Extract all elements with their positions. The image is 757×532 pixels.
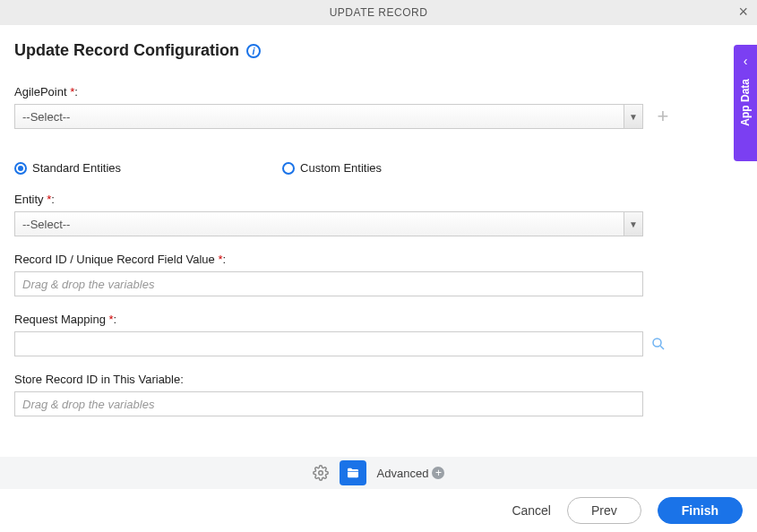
svg-point-2 <box>318 471 323 476</box>
plus-circle-icon: + <box>432 467 444 479</box>
agilepoint-label: AgilePoint *: <box>14 85 743 99</box>
radio-standard-label: Standard Entities <box>32 161 121 175</box>
radio-unchecked-icon <box>282 162 295 175</box>
radio-standard-entities[interactable]: Standard Entities <box>14 161 121 175</box>
content-area: Update Record Configuration i AgilePoint… <box>0 25 757 416</box>
add-agilepoint-icon[interactable]: + <box>654 107 672 125</box>
advanced-toggle[interactable]: Advanced + <box>377 467 445 480</box>
svg-point-0 <box>653 339 661 347</box>
cancel-button[interactable]: Cancel <box>512 503 551 518</box>
agilepoint-select-caret[interactable]: ▼ <box>624 104 643 129</box>
store-var-label: Store Record ID in This Variable: <box>14 373 743 386</box>
radio-checked-icon <box>14 162 27 175</box>
record-id-input[interactable]: Drag & drop the variables <box>14 271 643 296</box>
advanced-bar: Advanced + <box>0 457 757 489</box>
app-data-label: App Data <box>739 79 752 126</box>
store-var-input[interactable]: Drag & drop the variables <box>14 391 643 416</box>
modal-header: UPDATE RECORD × <box>0 0 757 25</box>
page-title-text: Update Record Configuration <box>14 41 239 60</box>
search-icon[interactable] <box>650 336 667 352</box>
footer-bar: Cancel Prev Finish <box>0 489 757 532</box>
svg-line-1 <box>660 346 664 349</box>
chevron-left-icon: ‹ <box>744 54 748 68</box>
prev-button[interactable]: Prev <box>567 497 641 524</box>
radio-custom-label: Custom Entities <box>300 161 382 175</box>
folder-refresh-button[interactable] <box>340 460 366 485</box>
info-icon[interactable]: i <box>246 44 261 58</box>
entity-select-caret[interactable]: ▼ <box>624 211 643 236</box>
request-mapping-label: Request Mapping *: <box>14 313 743 326</box>
gear-icon[interactable] <box>313 465 329 481</box>
agilepoint-select[interactable]: --Select-- <box>14 104 624 129</box>
entity-label: Entity *: <box>14 193 743 206</box>
record-id-label: Record ID / Unique Record Field Value *: <box>14 253 743 266</box>
radio-custom-entities[interactable]: Custom Entities <box>282 161 382 175</box>
page-title: Update Record Configuration i <box>14 41 743 60</box>
request-mapping-input[interactable] <box>14 331 643 356</box>
modal-title: UPDATE RECORD <box>330 6 428 19</box>
close-icon[interactable]: × <box>738 4 748 20</box>
advanced-label: Advanced <box>377 467 429 480</box>
app-data-panel-tab[interactable]: ‹ App Data <box>734 45 757 161</box>
finish-button[interactable]: Finish <box>658 497 743 524</box>
entity-select[interactable]: --Select-- <box>14 211 624 236</box>
